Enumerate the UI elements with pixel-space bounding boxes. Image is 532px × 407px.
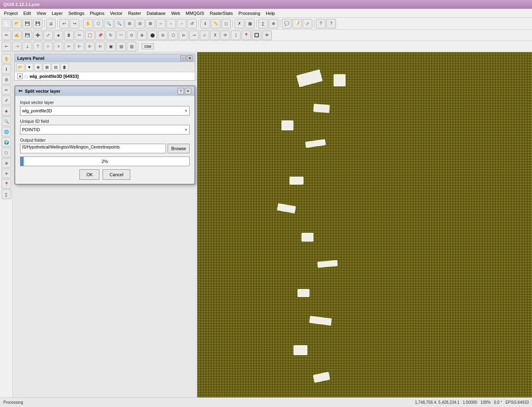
- delete-ring-btn[interactable]: ⊖: [158, 31, 168, 40]
- lp-remove-btn[interactable]: 🗑: [61, 63, 69, 71]
- delete-feature-btn[interactable]: 🗑: [64, 31, 74, 40]
- zoom-prev-button[interactable]: ←: [166, 19, 176, 28]
- undo-button[interactable]: ↩: [59, 19, 69, 28]
- adv-btn12[interactable]: ▤: [116, 42, 126, 51]
- refresh-button[interactable]: ↺: [187, 19, 197, 28]
- adv-btn1[interactable]: ⊢: [2, 42, 11, 51]
- menu-plugins[interactable]: Plugins: [87, 10, 107, 16]
- menu-help[interactable]: Help: [263, 10, 277, 16]
- layers-panel-restore-btn[interactable]: □: [180, 55, 186, 61]
- select-box-button[interactable]: ◻: [221, 19, 231, 28]
- zoom-full-button[interactable]: ⊞: [125, 19, 134, 28]
- map-tips-button[interactable]: 💬: [282, 19, 291, 28]
- measure-button[interactable]: 📏: [211, 19, 220, 28]
- lp-collapse-btn[interactable]: ⊟: [52, 63, 60, 71]
- menu-edit[interactable]: Edit: [21, 10, 33, 16]
- cancel-button[interactable]: Cancel: [103, 169, 130, 180]
- print-button[interactable]: 🖨: [46, 19, 56, 28]
- split-dialog-help-btn[interactable]: ?: [178, 88, 184, 94]
- split-parts-btn[interactable]: ⊹: [200, 31, 209, 40]
- input-vector-combo[interactable]: wlg_pointfile3D ▼: [20, 106, 190, 116]
- offset-curve-btn[interactable]: ⤵: [231, 31, 241, 40]
- adv-btn4[interactable]: ⊤: [33, 42, 42, 51]
- save-edits-btn[interactable]: 💾: [22, 31, 32, 40]
- pin-lt-btn[interactable]: 📍: [2, 179, 11, 189]
- move-annot-btn[interactable]: 🔲: [252, 31, 261, 40]
- offset-btn[interactable]: ⊳: [179, 31, 188, 40]
- move-feature-btn2[interactable]: ⤢: [43, 31, 53, 40]
- vector-lt-btn[interactable]: ⬡: [2, 148, 11, 157]
- redo-button[interactable]: ↪: [70, 19, 79, 28]
- adv-btn2[interactable]: ⊣: [12, 42, 22, 51]
- save-as-button[interactable]: 💾: [33, 19, 42, 28]
- paste-feature-btn[interactable]: 📌: [95, 31, 105, 40]
- fill-ring-btn[interactable]: ⬤: [148, 31, 157, 40]
- copy-feature-btn[interactable]: 📋: [85, 31, 95, 40]
- browse-button[interactable]: Browse: [168, 144, 190, 153]
- move-feature-button[interactable]: ⤢: [303, 19, 312, 28]
- menu-web[interactable]: Web: [169, 10, 182, 16]
- whats-this-button[interactable]: ?: [326, 19, 336, 28]
- output-folder-input[interactable]: IS/Hypothetical/Wellington/Wellington_Ce…: [20, 144, 166, 153]
- help-button[interactable]: ?: [316, 19, 326, 28]
- csw-button[interactable]: csw: [142, 43, 154, 49]
- deselect-button[interactable]: ✗: [235, 19, 244, 28]
- adv-btn10[interactable]: ⊫: [95, 42, 105, 51]
- adv-btn8[interactable]: ⊩: [75, 42, 84, 51]
- coord-capture-button[interactable]: ⊕: [269, 19, 278, 28]
- pan-lt-btn[interactable]: ✋: [2, 54, 11, 63]
- sigma-lt-btn[interactable]: ∑: [2, 189, 11, 199]
- layer-name[interactable]: wlg_pointfile3D [64933]: [30, 74, 79, 79]
- split-dialog-close-btn[interactable]: ✕: [185, 88, 191, 94]
- zoom-out-button[interactable]: 🔍: [114, 19, 124, 28]
- crosshair-lt-btn[interactable]: ✛: [2, 169, 11, 178]
- ok-button[interactable]: OK: [79, 169, 99, 180]
- reshape-btn[interactable]: ⬠: [168, 31, 178, 40]
- split-feature-btn[interactable]: ⊸: [189, 31, 199, 40]
- node-lt-btn[interactable]: ◈: [2, 106, 11, 116]
- field-calc-button[interactable]: ∑: [258, 19, 268, 28]
- identify-button[interactable]: ℹ: [200, 19, 210, 28]
- grid-lt-btn[interactable]: ⊞: [2, 75, 11, 84]
- menu-view[interactable]: View: [34, 10, 49, 16]
- adv-btn9[interactable]: ⊪: [85, 42, 95, 51]
- adv-btn7[interactable]: ⊨: [64, 42, 74, 51]
- lp-open-btn[interactable]: 📂: [16, 63, 24, 71]
- cut-feature-btn[interactable]: ✂: [75, 31, 84, 40]
- menu-raster[interactable]: Raster: [125, 10, 143, 16]
- new-button[interactable]: 📄: [2, 19, 11, 28]
- layers-panel-close-btn[interactable]: ✕: [187, 55, 192, 61]
- zoom-layer-button[interactable]: ⊟: [135, 19, 145, 28]
- lp-add-group-btn[interactable]: ⊕: [34, 63, 42, 71]
- rotate-btn[interactable]: ↻: [106, 31, 115, 40]
- menu-layer[interactable]: Layer: [49, 10, 65, 16]
- annotation-button[interactable]: 📝: [292, 19, 302, 28]
- merge-btn[interactable]: ⊼: [210, 31, 220, 40]
- lp-filter-btn[interactable]: ▼: [25, 63, 33, 71]
- pin-annot-btn[interactable]: 📍: [241, 31, 251, 40]
- globe2-lt-btn[interactable]: 🌍: [2, 137, 11, 147]
- menu-rasterstats[interactable]: RasterStats: [207, 10, 235, 16]
- menu-processing[interactable]: Processing: [236, 10, 263, 16]
- select-button[interactable]: ⬡: [93, 19, 103, 28]
- pencil-lt-btn[interactable]: ✐: [2, 96, 11, 105]
- pan-button[interactable]: ✋: [83, 19, 93, 28]
- attr-table-button[interactable]: ▦: [245, 19, 255, 28]
- unique-id-combo[interactable]: POINTID ▼: [20, 125, 190, 134]
- node-tool-btn[interactable]: ◈: [54, 31, 63, 40]
- lp-expand-btn[interactable]: ⊞: [43, 63, 51, 71]
- adv-btn13[interactable]: ▥: [127, 42, 136, 51]
- edit-lt-btn[interactable]: ✏: [2, 85, 11, 95]
- adv-btn5[interactable]: ⊦: [43, 42, 53, 51]
- identify-lt-btn[interactable]: ℹ: [2, 64, 11, 74]
- globe-lt-btn[interactable]: 🌐: [2, 127, 11, 136]
- feature-lt-btn[interactable]: ⊕: [2, 158, 11, 168]
- digitize-btn[interactable]: ✏: [2, 31, 11, 40]
- menu-vector[interactable]: Vector: [107, 10, 125, 16]
- add-ring-btn[interactable]: ⊙: [127, 31, 136, 40]
- edit-btn[interactable]: ✍: [12, 31, 22, 40]
- pan-map-button[interactable]: ↔: [156, 19, 166, 28]
- zoom-next-button[interactable]: →: [177, 19, 186, 28]
- search-lt-btn[interactable]: 🔍: [2, 116, 11, 126]
- add-part-btn[interactable]: ⊕: [137, 31, 147, 40]
